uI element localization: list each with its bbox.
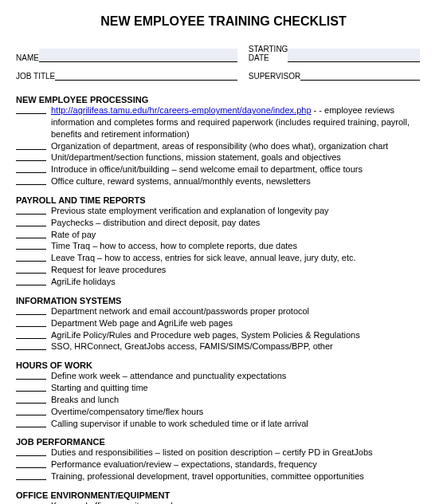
checklist-text: Leave Traq – how to access, entries for … (51, 252, 431, 264)
checklist-blank[interactable] (16, 140, 46, 150)
section: PAYROLL AND TIME REPORTSPrevious state e… (16, 195, 431, 288)
checklist-blank[interactable] (16, 382, 46, 392)
checklist-item: Calling supervisor if unable to work sch… (16, 418, 431, 430)
checklist-item: Keys and office security procedures (16, 500, 431, 504)
checklist-item: SSO, HRConnect, GreatJobs access, FAMIS/… (16, 341, 431, 352)
checklist-text: Introduce in office/unit/building – send… (51, 163, 431, 175)
checklist-text: http://agrilifeas.tamu.edu/hr/careers-em… (51, 104, 431, 140)
checklist-item: Paychecks – distribution and direct depo… (16, 217, 431, 229)
checklist-item: Starting and quitting time (16, 382, 431, 394)
checklist-item: AgriLife Policy/Rules and Procedure web … (16, 329, 431, 341)
checklist-blank[interactable] (16, 252, 46, 262)
checklist-text: AgriLife holidays (51, 276, 431, 288)
checklist-item: Department network and email account/pas… (16, 305, 431, 317)
checklist-text: Department network and email account/pas… (51, 305, 431, 317)
checklist-text: Define work week – attendance and punctu… (51, 370, 431, 382)
checklist-blank[interactable] (16, 317, 46, 327)
checklist-blank[interactable] (16, 418, 46, 427)
checklist-blank[interactable] (16, 341, 46, 350)
supervisor-label: SUPERVISOR (249, 72, 300, 81)
checklist-text: Breaks and lunch (51, 394, 431, 406)
checklist-text: Performance evaluation/review – expectat… (51, 459, 431, 471)
checklist-blank[interactable] (16, 240, 46, 250)
checklist-text: Paychecks – distribution and direct depo… (51, 217, 431, 229)
checklist-text: Starting and quitting time (51, 382, 431, 394)
checklist-item: Office culture, reward systems, annual/m… (16, 175, 431, 187)
checklist-text: Keys and office security procedures (51, 500, 431, 504)
checklist-text: Rate of pay (51, 229, 431, 241)
checklist-item: Breaks and lunch (16, 394, 431, 406)
checklist-item: Duties and responsibilities – listed on … (16, 447, 431, 459)
checklist-blank[interactable] (16, 205, 46, 215)
checklist-link[interactable]: http://agrilifeas.tamu.edu/hr/careers-em… (51, 105, 312, 115)
checklist-item: AgriLife holidays (16, 276, 431, 288)
checklist-item: Rate of pay (16, 229, 431, 241)
checklist-item: Organization of department, areas of res… (16, 140, 431, 152)
checklist-blank[interactable] (16, 217, 46, 226)
section: OFFICE ENVIRONMENT/EQUIPMENTKeys and off… (16, 490, 431, 504)
checklist-item: Request for leave procedures (16, 264, 431, 276)
checklist-item: Unit/department/section functions, missi… (16, 152, 431, 163)
jobtitle-input[interactable] (55, 67, 237, 81)
section-head: HOURS OF WORK (16, 360, 431, 370)
checklist-item: Leave Traq – how to access, entries for … (16, 252, 431, 264)
checklist-text: Unit/department/section functions, missi… (51, 152, 431, 163)
checklist-blank[interactable] (16, 163, 46, 173)
checklist-blank[interactable] (16, 370, 46, 380)
checklist-blank[interactable] (16, 276, 46, 285)
checklist-blank[interactable] (16, 305, 46, 315)
checklist-item: Define work week – attendance and punctu… (16, 370, 431, 382)
checklist-text: Request for leave procedures (51, 264, 431, 276)
checklist-item: Overtime/compensatory time/flex hours (16, 406, 431, 418)
page-title: NEW EMPLOYEE TRAINING CHECKLIST (16, 14, 431, 29)
section-head: OFFICE ENVIRONMENT/EQUIPMENT (16, 490, 431, 500)
checklist-text: Time Traq – how to access, how to comple… (51, 240, 431, 252)
checklist-item: Training, professional development, trav… (16, 471, 431, 482)
checklist-text: Department Web page and AgriLife web pag… (51, 317, 431, 329)
section-head: JOB PERFORMANCE (16, 437, 431, 447)
checklist-text: Previous state employment verification a… (51, 205, 431, 217)
checklist-blank[interactable] (16, 394, 46, 404)
header-fields: NAME STARTING DATE JOB TITLE SUPERVISOR (16, 45, 431, 85)
checklist-blank[interactable] (16, 229, 46, 238)
checklist-blank[interactable] (16, 459, 46, 468)
checklist-text: AgriLife Policy/Rules and Procedure web … (51, 329, 431, 341)
name-label: NAME (16, 53, 39, 62)
name-input[interactable] (39, 49, 237, 62)
checklist-blank[interactable] (16, 264, 46, 274)
checklist-item: Time Traq – how to access, how to comple… (16, 240, 431, 252)
checklist-text: Calling supervisor if unable to work sch… (51, 418, 431, 430)
checklist-text: Overtime/compensatory time/flex hours (51, 406, 431, 418)
jobtitle-label: JOB TITLE (16, 72, 55, 81)
checklist-blank[interactable] (16, 500, 46, 504)
supervisor-input[interactable] (300, 67, 420, 81)
startdate-input[interactable] (288, 49, 420, 62)
checklist-blank[interactable] (16, 406, 46, 415)
checklist-blank[interactable] (16, 104, 46, 114)
checklist-blank[interactable] (16, 329, 46, 339)
checklist-blank[interactable] (16, 471, 46, 480)
section: INFORMATION SYSTEMSDepartment network an… (16, 296, 431, 352)
checklist-text: Organization of department, areas of res… (51, 140, 431, 152)
section: NEW EMPLOYEE PROCESSINGhttp://agrilifeas… (16, 95, 431, 187)
section-head: NEW EMPLOYEE PROCESSING (16, 95, 431, 104)
checklist-blank[interactable] (16, 175, 46, 185)
checklist-item: Performance evaluation/review – expectat… (16, 459, 431, 471)
checklist-item: http://agrilifeas.tamu.edu/hr/careers-em… (16, 104, 431, 140)
checklist-item: Introduce in office/unit/building – send… (16, 163, 431, 175)
startdate-label: STARTING DATE (249, 45, 288, 62)
checklist-blank[interactable] (16, 447, 46, 456)
checklist-blank[interactable] (16, 152, 46, 161)
checklist-item: Previous state employment verification a… (16, 205, 431, 217)
checklist-item: Department Web page and AgriLife web pag… (16, 317, 431, 329)
checklist-text: SSO, HRConnect, GreatJobs access, FAMIS/… (51, 341, 431, 352)
checklist-text: Office culture, reward systems, annual/m… (51, 175, 431, 187)
section: HOURS OF WORKDefine work week – attendan… (16, 360, 431, 429)
checklist-text: Training, professional development, trav… (51, 471, 431, 482)
section-head: PAYROLL AND TIME REPORTS (16, 195, 431, 205)
checklist-text: Duties and responsibilities – listed on … (51, 447, 431, 459)
section: JOB PERFORMANCEDuties and responsibiliti… (16, 437, 431, 482)
section-head: INFORMATION SYSTEMS (16, 296, 431, 305)
